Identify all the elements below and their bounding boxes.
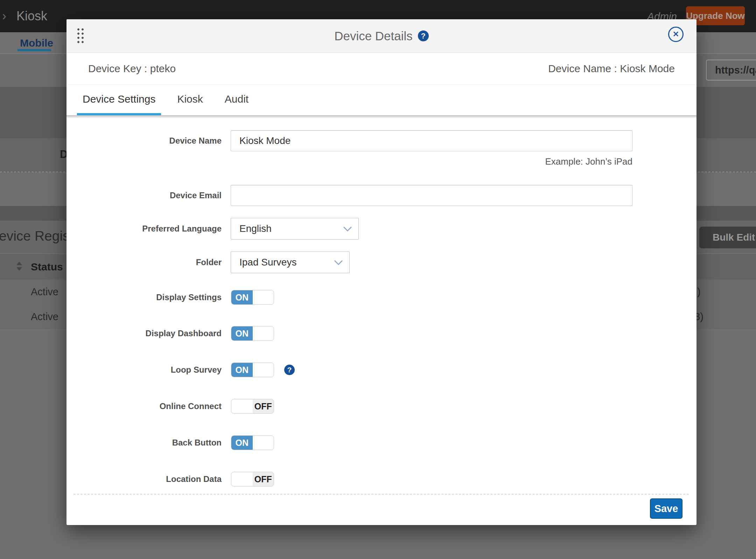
bulk-edit-devices-button[interactable]: Bulk Edit Dev	[699, 227, 756, 248]
toggle-on-segment: ON	[231, 363, 253, 377]
drag-handle-icon[interactable]	[76, 27, 85, 44]
device-name-label: Device Name	[66, 136, 222, 146]
tab-device-settings[interactable]: Device Settings	[77, 85, 161, 115]
back-button-toggle[interactable]: ON	[231, 435, 274, 450]
chevron-down-icon	[334, 260, 343, 265]
display-dashboard-toggle[interactable]: ON	[231, 326, 274, 341]
breadcrumb-chevron-icon: ›	[2, 9, 6, 23]
display-dashboard-label: Display Dashboard	[66, 328, 222, 339]
device-name-input[interactable]	[231, 130, 632, 151]
toggle-on-segment: ON	[231, 290, 253, 304]
chevron-down-icon	[343, 226, 352, 232]
tab-mobile-underline	[18, 49, 51, 51]
loop-survey-label: Loop Survey	[66, 365, 222, 375]
modal-header: Device Details ? ✕	[66, 19, 696, 53]
display-settings-toggle[interactable]: ON	[231, 290, 274, 305]
online-connect-toggle[interactable]: OFF	[231, 399, 274, 414]
display-settings-label: Display Settings	[66, 292, 222, 303]
preferred-language-value: English	[239, 223, 272, 234]
device-details-modal: Device Details ? ✕ Device Key : pteko De…	[66, 19, 696, 525]
device-key-text: Device Key : pteko	[88, 63, 176, 75]
device-name-text: Device Name : Kiosk Mode	[548, 63, 675, 75]
kiosk-url-box[interactable]: https://qa.c	[706, 60, 756, 81]
toggle-on-segment: ON	[231, 326, 253, 340]
tab-audit[interactable]: Audit	[219, 85, 254, 115]
loop-survey-toggle[interactable]: ON	[231, 363, 274, 377]
bulk-edit-label: Bulk Edit Dev	[713, 232, 756, 243]
close-icon[interactable]: ✕	[668, 27, 684, 42]
folder-select[interactable]: Ipad Surveys	[231, 251, 350, 273]
back-button-label: Back Button	[66, 437, 222, 448]
page-title: Kiosk	[16, 9, 47, 23]
status-column-header[interactable]: Status	[31, 261, 63, 273]
toggle-on-segment: ON	[231, 436, 253, 450]
modal-tabs: Device Settings Kiosk Audit	[66, 85, 707, 115]
status-cell: Active	[31, 286, 58, 298]
sort-icon[interactable]	[16, 262, 22, 271]
toggle-off-segment: OFF	[253, 472, 274, 486]
device-key-row: Device Key : pteko Device Name : Kiosk M…	[66, 53, 696, 85]
folder-value: Ipad Surveys	[239, 257, 296, 268]
loop-survey-help-icon[interactable]: ?	[284, 365, 295, 375]
location-data-toggle[interactable]: OFF	[231, 472, 274, 486]
device-email-label: Device Email	[66, 190, 222, 201]
row-right-fragment: )	[697, 286, 701, 298]
modal-title: Device Details	[334, 29, 413, 43]
device-email-input[interactable]	[231, 185, 632, 206]
status-cell: Active	[31, 311, 58, 323]
preferred-language-select[interactable]: English	[231, 218, 359, 240]
toggle-off-segment: OFF	[253, 399, 274, 413]
save-button[interactable]: Save	[650, 498, 682, 519]
folder-label: Folder	[66, 257, 222, 268]
tab-mobile[interactable]: Mobile	[20, 37, 53, 49]
footer-divider	[74, 494, 689, 495]
device-name-hint: Example: John’s iPad	[231, 156, 632, 167]
location-data-label: Location Data	[66, 474, 222, 484]
save-label: Save	[654, 503, 678, 515]
preferred-language-label: Preferred Language	[66, 223, 222, 234]
online-connect-label: Online Connect	[66, 401, 222, 412]
tabbar-shadow	[66, 115, 696, 118]
help-icon[interactable]: ?	[418, 30, 429, 41]
close-glyph: ✕	[673, 30, 679, 39]
tab-kiosk[interactable]: Kiosk	[172, 85, 208, 115]
